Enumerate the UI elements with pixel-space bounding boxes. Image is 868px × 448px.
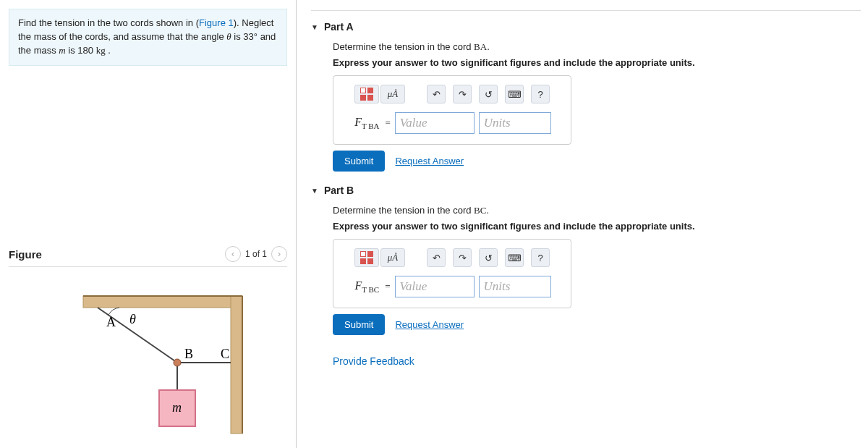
part-b-title: Part B xyxy=(324,185,354,196)
help-button[interactable]: ? xyxy=(531,248,550,267)
cord-name-ba: BA xyxy=(474,41,487,52)
label-A: A xyxy=(106,315,116,329)
part-a-value-input[interactable] xyxy=(395,112,475,134)
label-theta: θ xyxy=(129,312,136,326)
prompt-end: . xyxy=(106,45,111,56)
part-a-title: Part A xyxy=(324,21,354,33)
svg-point-7 xyxy=(174,359,181,366)
part-a-question: Determine the tension in the cord BA. xyxy=(333,41,861,53)
part-a-instruction: Express your answer to two significant f… xyxy=(333,57,861,68)
part-a-var-label: FT BA xyxy=(353,116,380,130)
part-b-var-label: FT BC xyxy=(353,279,380,294)
part-b-question: Determine the tension in the cord BC. xyxy=(333,205,861,216)
part-b-submit-button[interactable]: Submit xyxy=(333,314,385,335)
part-b-toggle[interactable]: ▼ xyxy=(311,187,318,195)
label-C: C xyxy=(221,347,229,361)
figure-next-button[interactable]: › xyxy=(271,246,287,262)
figure-pager: ‹ 1 of 1 › xyxy=(225,246,287,262)
keyboard-button[interactable]: ⌨ xyxy=(505,248,524,267)
equals-sign: = xyxy=(385,281,390,292)
undo-button[interactable]: ↶ xyxy=(427,248,446,267)
template-button[interactable] xyxy=(354,85,379,103)
keyboard-button[interactable]: ⌨ xyxy=(505,85,524,103)
part-b-units-input[interactable] xyxy=(479,276,551,297)
part-b-instruction: Express your answer to two significant f… xyxy=(333,221,861,232)
angle-value: is 33° xyxy=(231,31,260,42)
svg-rect-0 xyxy=(83,296,242,308)
help-button[interactable]: ? xyxy=(531,85,550,103)
mass-unit: kg xyxy=(96,45,106,56)
part-b-value-input[interactable] xyxy=(395,276,475,297)
part-a-submit-button[interactable]: Submit xyxy=(333,151,385,172)
figure-pager-label: 1 of 1 xyxy=(245,249,267,259)
special-char-button[interactable]: μÅ xyxy=(380,248,405,267)
part-a-units-input[interactable] xyxy=(479,112,551,134)
figure-prev-button[interactable]: ‹ xyxy=(225,246,241,262)
reset-button[interactable]: ↺ xyxy=(479,85,498,103)
label-m: m xyxy=(172,400,182,415)
undo-button[interactable]: ↶ xyxy=(427,85,446,103)
part-b-answer-panel: μÅ ↶ ↷ ↺ ⌨ ? FT BC = xyxy=(333,239,571,308)
svg-rect-1 xyxy=(231,296,242,434)
label-B: B xyxy=(184,347,193,361)
part-a-request-answer[interactable]: Request Answer xyxy=(395,156,464,166)
part-a-answer-panel: μÅ ↶ ↷ ↺ ⌨ ? FT BA = xyxy=(333,75,571,145)
part-b: ▼ Part B Determine the tension in the co… xyxy=(311,185,861,335)
prompt-text-1: Find the tension in the two cords shown … xyxy=(18,17,199,28)
part-b-request-answer[interactable]: Request Answer xyxy=(395,319,464,330)
cord-name-bc: BC xyxy=(474,205,486,216)
redo-button[interactable]: ↷ xyxy=(453,85,472,103)
mass-var: m xyxy=(59,45,65,56)
redo-button[interactable]: ↷ xyxy=(453,248,472,267)
reset-button[interactable]: ↺ xyxy=(479,248,498,267)
problem-statement: Find the tension in the two cords shown … xyxy=(9,9,287,66)
top-divider xyxy=(311,10,861,11)
part-a: ▼ Part A Determine the tension in the co… xyxy=(311,21,861,172)
provide-feedback-link[interactable]: Provide Feedback xyxy=(311,355,414,367)
part-a-toggle[interactable]: ▼ xyxy=(311,23,318,31)
template-button[interactable] xyxy=(354,248,379,267)
special-char-button[interactable]: μÅ xyxy=(380,85,405,103)
figure-heading: Figure xyxy=(9,248,42,261)
figure-diagram: A θ B C m xyxy=(40,282,257,441)
equals-sign: = xyxy=(386,117,391,129)
mass-value: is 180 xyxy=(66,45,96,56)
figure-link[interactable]: Figure 1 xyxy=(199,17,234,28)
